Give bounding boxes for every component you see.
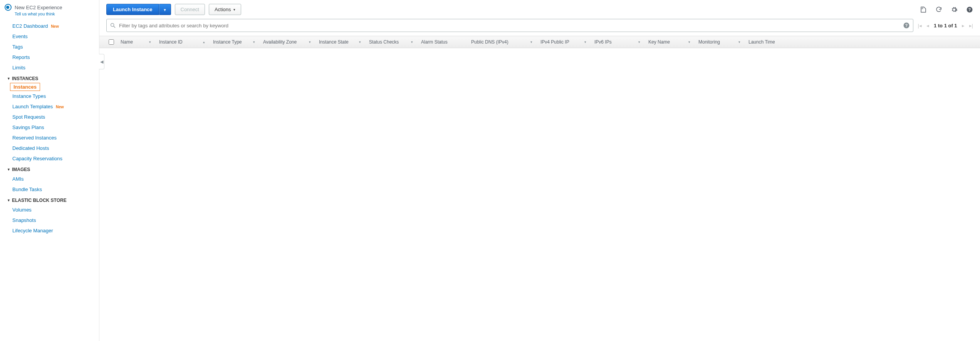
page-next-button[interactable]: ▸ [962, 23, 965, 29]
column-header-alarm-status[interactable]: Alarm Status [417, 39, 467, 45]
sort-icon: ▾ [736, 40, 740, 44]
launch-instance-button[interactable]: Launch Instance [106, 4, 159, 15]
select-all-checkbox-cell [106, 39, 117, 45]
sidebar-item-tags[interactable]: Tags [0, 42, 99, 52]
column-header-instance-state[interactable]: Instance State▾ [315, 39, 365, 45]
filter-bar: ? |◂ ◂ 1 to 1 of 1 ▸ ▸| [99, 19, 980, 36]
column-header-instance-type[interactable]: Instance Type▾ [209, 39, 259, 45]
experience-feedback-link[interactable]: Tell us what you think [15, 12, 94, 16]
column-header-monitoring[interactable]: Monitoring▾ [695, 39, 745, 45]
page-last-button[interactable]: ▸| [969, 23, 973, 29]
filter-input[interactable] [116, 20, 901, 32]
sort-icon: ▾ [528, 40, 532, 44]
cloudshell-icon[interactable] [920, 6, 927, 13]
svg-point-2 [111, 24, 114, 27]
chevron-down-icon: ▼ [163, 8, 167, 12]
svg-text:?: ? [905, 23, 907, 28]
sidebar-item-reserved-instances[interactable]: Reserved Instances [0, 133, 99, 143]
search-icon [110, 22, 116, 29]
sidebar-section-ebs[interactable]: ▼ ELASTIC BLOCK STORE [0, 195, 99, 205]
sidebar-item-dedicated-hosts[interactable]: Dedicated Hosts [0, 143, 99, 153]
refresh-icon[interactable] [935, 6, 942, 13]
experience-title: New EC2 Experience [15, 5, 62, 10]
search-input-wrap[interactable]: ? [106, 19, 913, 32]
connect-button[interactable]: Connect [175, 4, 205, 15]
svg-line-3 [114, 26, 115, 28]
sidebar-collapse-handle[interactable]: ◀ [99, 54, 104, 69]
sort-icon: ▾ [147, 40, 151, 44]
column-header-status-checks[interactable]: Status Checks▾ [365, 39, 417, 45]
chevron-down-icon: ▼ [7, 77, 10, 81]
table-header-row: Name▾ Instance ID▴ Instance Type▾ Availa… [99, 36, 980, 48]
sort-icon: ▾ [251, 40, 255, 44]
sidebar-item-spot-requests[interactable]: Spot Requests [0, 112, 99, 122]
sidebar-item-instances[interactable]: Instances [10, 83, 40, 91]
column-header-ipv4-public-ip[interactable]: IPv4 Public IP▾ [537, 39, 591, 45]
section-title: INSTANCES [12, 76, 38, 81]
sidebar-item-reports[interactable]: Reports [0, 52, 99, 62]
sidebar-item-instance-types[interactable]: Instance Types [0, 91, 99, 101]
column-header-name[interactable]: Name▾ [117, 39, 155, 45]
actions-label: Actions [215, 7, 231, 12]
sidebar-item-savings-plans[interactable]: Savings Plans [0, 122, 99, 133]
svg-text:?: ? [968, 7, 971, 12]
column-header-ipv6-ips[interactable]: IPv6 IPs▾ [591, 39, 644, 45]
section-title: IMAGES [12, 167, 30, 172]
sidebar-item-amis[interactable]: AMIs [0, 174, 99, 184]
column-header-public-dns[interactable]: Public DNS (IPv4)▾ [467, 39, 537, 45]
page-range-text: 1 to 1 of 1 [934, 23, 957, 29]
toolbar: Launch Instance ▼ Connect Actions ▾ [99, 0, 980, 19]
column-header-instance-id[interactable]: Instance ID▴ [155, 39, 209, 45]
sort-icon: ▾ [636, 40, 640, 44]
sort-icon: ▾ [307, 40, 311, 44]
sidebar-item-ec2-dashboard[interactable]: EC2 Dashboard New [0, 21, 99, 31]
sidebar-item-label: EC2 Dashboard [12, 23, 48, 29]
column-header-launch-time[interactable]: Launch Time [745, 39, 795, 45]
help-icon[interactable]: ? [966, 6, 973, 13]
column-header-availability-zone[interactable]: Availability Zone▾ [259, 39, 315, 45]
section-title: ELASTIC BLOCK STORE [12, 198, 67, 203]
sort-icon: ▾ [409, 40, 413, 44]
sort-icon: ▾ [582, 40, 586, 44]
experience-toggle-switch[interactable] [5, 4, 12, 11]
chevron-down-icon: ▼ [7, 168, 10, 171]
sidebar-item-snapshots[interactable]: Snapshots [0, 215, 99, 225]
actions-button[interactable]: Actions ▾ [209, 4, 241, 15]
sidebar-item-limits[interactable]: Limits [0, 62, 99, 73]
select-all-checkbox[interactable] [109, 39, 114, 45]
sidebar-item-lifecycle-manager[interactable]: Lifecycle Manager [0, 225, 99, 236]
sidebar-item-bundle-tasks[interactable]: Bundle Tasks [0, 184, 99, 195]
sort-icon: ▾ [686, 40, 690, 44]
table-body [99, 48, 980, 341]
sidebar-section-images[interactable]: ▼ IMAGES [0, 164, 99, 174]
page-first-button[interactable]: |◂ [918, 23, 922, 29]
main: Launch Instance ▼ Connect Actions ▾ [99, 0, 980, 341]
launch-instance-dropdown[interactable]: ▼ [159, 4, 171, 15]
sort-asc-icon: ▴ [201, 40, 205, 44]
new-badge: New [56, 105, 64, 109]
new-badge: New [51, 24, 59, 29]
sidebar-item-launch-templates[interactable]: Launch Templates New [0, 101, 99, 112]
sidebar-item-events[interactable]: Events [0, 31, 99, 42]
chevron-down-icon: ▾ [233, 8, 235, 12]
help-icon[interactable]: ? [903, 22, 910, 29]
experience-toggle-block: New EC2 Experience Tell us what you thin… [0, 0, 99, 19]
sidebar-item-volumes[interactable]: Volumes [0, 205, 99, 215]
chevron-down-icon: ▼ [7, 198, 10, 202]
sidebar: New EC2 Experience Tell us what you thin… [0, 0, 99, 341]
pagination: |◂ ◂ 1 to 1 of 1 ▸ ▸| [918, 23, 973, 29]
column-header-key-name[interactable]: Key Name▾ [644, 39, 695, 45]
sort-icon: ▾ [357, 40, 361, 44]
sidebar-item-capacity-reservations[interactable]: Capacity Reservations [0, 153, 99, 164]
page-prev-button[interactable]: ◂ [926, 23, 929, 29]
sidebar-item-label: Launch Templates [12, 104, 53, 109]
sidebar-nav: EC2 Dashboard New Events Tags Reports Li… [0, 19, 99, 341]
gear-icon[interactable] [951, 6, 958, 13]
sidebar-section-instances[interactable]: ▼ INSTANCES [0, 73, 99, 83]
